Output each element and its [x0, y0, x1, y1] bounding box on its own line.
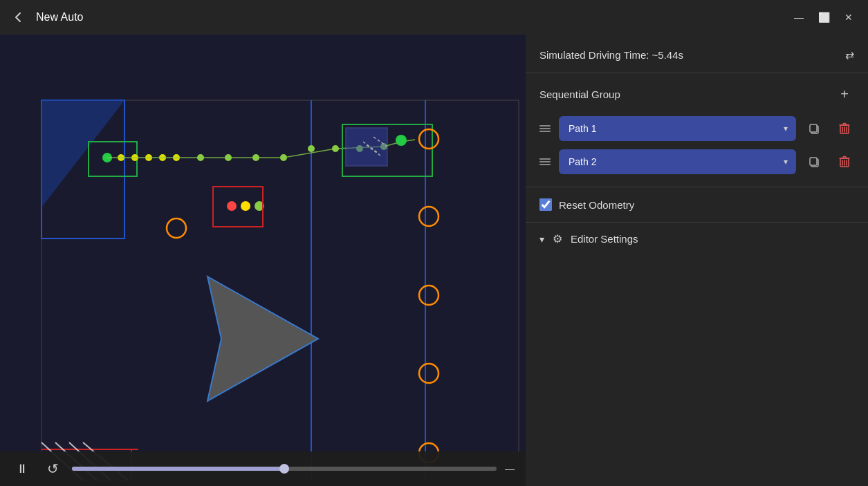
progress-thumb	[279, 464, 289, 474]
svg-point-37	[241, 201, 250, 211]
pause-button[interactable]: ⏸	[11, 458, 33, 480]
path-2-select-wrapper: Path 1 Path 2 ▾	[559, 149, 796, 174]
drag-handle-1[interactable]	[537, 122, 553, 135]
reset-odometry-label: Reset Odometry	[559, 199, 634, 211]
minimize-button[interactable]: —	[791, 9, 807, 26]
svg-rect-35	[346, 128, 387, 166]
reset-odometry-checkbox[interactable]	[539, 198, 552, 211]
sequential-group-label: Sequential Group	[539, 88, 620, 100]
editor-settings-label: Editor Settings	[571, 233, 638, 245]
path-2-select[interactable]: Path 1 Path 2	[559, 149, 796, 174]
path-row-1: Path 1 Path 2 ▾	[537, 116, 857, 141]
svg-rect-45	[810, 124, 817, 132]
svg-point-29	[308, 145, 315, 152]
close-button[interactable]: ✕	[840, 9, 857, 26]
title-bar: New Auto — ⬜ ✕	[0, 0, 868, 35]
field-canvas	[0, 35, 526, 486]
collapse-button[interactable]: —	[505, 463, 515, 474]
right-panel: Simulated Driving Time: ~5.44s ⇄ Sequent…	[526, 35, 868, 486]
window-controls: — ⬜ ✕	[791, 9, 857, 26]
maximize-button[interactable]: ⬜	[815, 9, 832, 26]
window-title: New Auto	[36, 11, 779, 24]
copy-path-2-button[interactable]	[802, 149, 827, 174]
progress-fill	[72, 467, 284, 471]
reset-button[interactable]: ↺	[41, 458, 64, 480]
main-content: ⏸ ↺ — Simulated Driving Time: ~5.44s ⇄ S…	[0, 35, 868, 486]
svg-point-34	[396, 135, 407, 146]
driving-time-header: Simulated Driving Time: ~5.44s ⇄	[526, 35, 868, 73]
gear-icon: ⚙	[553, 232, 562, 245]
playback-controls: ⏸ ↺ —	[0, 451, 526, 486]
svg-rect-48	[810, 158, 817, 165]
path-row-2: Path 1 Path 2 ▾	[537, 149, 857, 174]
drag-handle-2[interactable]	[537, 156, 553, 168]
svg-point-36	[227, 201, 237, 211]
reset-odometry-checkbox-wrapper[interactable]	[539, 198, 552, 211]
add-path-button[interactable]: +	[835, 84, 854, 104]
path-1-select-wrapper: Path 1 Path 2 ▾	[559, 116, 796, 141]
path-1-select[interactable]: Path 1 Path 2	[559, 116, 796, 141]
back-button[interactable]	[11, 10, 25, 24]
editor-settings-row[interactable]: ▾ ⚙ Editor Settings	[526, 223, 868, 255]
canvas-area[interactable]: ⏸ ↺ —	[0, 35, 526, 486]
sequential-group-header: Sequential Group +	[526, 73, 868, 112]
copy-path-1-button[interactable]	[802, 116, 827, 141]
reset-odometry-row: Reset Odometry	[526, 187, 868, 222]
progress-bar[interactable]	[72, 467, 497, 471]
delete-path-2-button[interactable]	[832, 149, 857, 174]
expand-icon[interactable]: ⇄	[845, 48, 854, 62]
chevron-down-icon: ▾	[539, 234, 544, 245]
delete-path-1-button[interactable]	[832, 116, 857, 141]
driving-time-label: Simulated Driving Time: ~5.44s	[539, 49, 683, 61]
